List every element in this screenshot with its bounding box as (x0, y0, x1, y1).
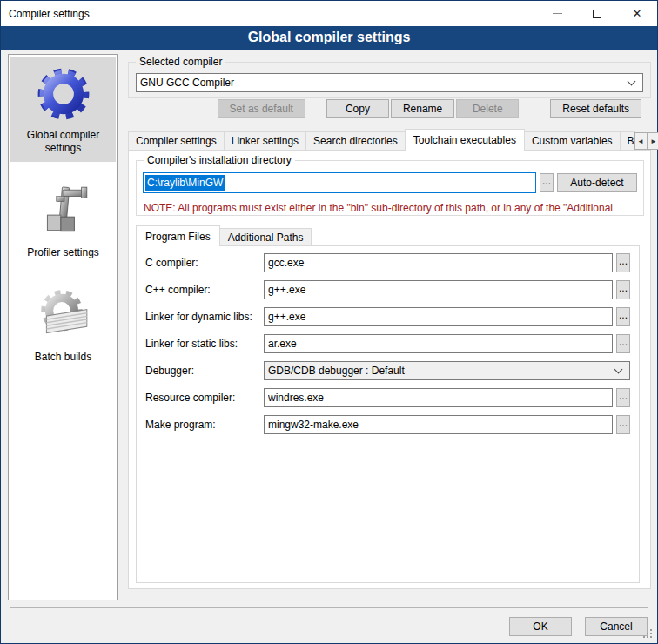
linker-static-browse-button[interactable]: ... (616, 334, 630, 353)
sidebar-item-label: Batch builds (12, 351, 114, 364)
cpp-compiler-input[interactable] (264, 280, 613, 299)
chevron-down-icon (614, 366, 623, 374)
resource-compiler-row: Resource compiler: ... (145, 388, 630, 407)
compiler-select[interactable]: GNU GCC Compiler (136, 73, 643, 92)
close-button[interactable]: ✕ (617, 1, 657, 26)
tab-program-files[interactable]: Program Files (136, 225, 220, 246)
footer-divider (10, 607, 648, 608)
tab-additional-paths[interactable]: Additional Paths (219, 228, 312, 246)
c-compiler-input[interactable] (264, 253, 613, 272)
c-compiler-browse-button[interactable]: ... (616, 253, 630, 272)
sidebar-item-global-compiler-settings[interactable]: Global compiler settings (10, 57, 116, 162)
selected-compiler-legend: Selected compiler (136, 56, 225, 68)
installation-directory-group: Compiler's installation directory C:\ray… (136, 160, 644, 216)
blue-gear-icon (35, 65, 92, 123)
sidebar-item-label: Profiler settings (12, 246, 114, 259)
title-bar[interactable]: Compiler settings ✕ (1, 1, 657, 26)
make-program-input[interactable] (264, 415, 613, 434)
reset-defaults-button[interactable]: Reset defaults (550, 99, 641, 118)
auto-detect-button[interactable]: Auto-detect (557, 173, 637, 192)
c-compiler-row: C compiler: ... (145, 253, 630, 272)
debugger-select[interactable]: GDB/CDB debugger : Default (264, 361, 630, 380)
cpp-compiler-browse-button[interactable]: ... (616, 280, 630, 299)
toolchain-executables-page: Compiler's installation directory C:\ray… (128, 150, 651, 589)
tab-compiler-settings[interactable]: Compiler settings (128, 131, 225, 151)
make-program-label: Make program: (145, 419, 264, 431)
c-compiler-label: C compiler: (145, 257, 264, 269)
page-title: Global compiler settings (1, 26, 657, 50)
resource-compiler-browse-button[interactable]: ... (616, 388, 630, 407)
tab-scrollers: ◄ ► (634, 132, 658, 150)
linker-dynamic-input[interactable] (264, 307, 613, 326)
maximize-button[interactable] (577, 1, 617, 26)
rename-button[interactable]: Rename (391, 99, 454, 118)
sidebar-item-label: Global compiler settings (12, 129, 114, 155)
cancel-button[interactable]: Cancel (585, 617, 648, 636)
gray-gear-papers-icon (35, 287, 92, 345)
caliper-icon (35, 183, 92, 240)
delete-button[interactable]: Delete (456, 99, 519, 118)
tab-custom-variables[interactable]: Custom variables (524, 131, 621, 151)
maximize-icon (593, 10, 601, 18)
selected-compiler-group: Selected compiler GNU GCC Compiler (128, 62, 651, 98)
tab-scroll-left-icon[interactable]: ◄ (634, 132, 648, 150)
linker-static-row: Linker for static libs: ... (145, 334, 630, 353)
make-program-row: Make program: ... (145, 415, 630, 434)
resource-compiler-input[interactable] (264, 388, 613, 407)
linker-dynamic-label: Linker for dynamic libs: (145, 311, 264, 323)
tab-search-directories[interactable]: Search directories (306, 131, 406, 151)
debugger-select-value: GDB/CDB debugger : Default (265, 365, 615, 377)
linker-static-label: Linker for static libs: (145, 338, 264, 350)
minimize-button[interactable] (537, 1, 577, 26)
tab-scroll-right-icon[interactable]: ► (648, 132, 658, 150)
installation-directory-value: C:\raylib\MinGW (145, 175, 225, 191)
installation-directory-legend: Compiler's installation directory (144, 154, 295, 166)
compiler-settings-dialog: Compiler settings ✕ Global compiler sett… (0, 0, 658, 644)
linker-static-input[interactable] (264, 334, 613, 353)
bin-subdirectory-note: NOTE: All programs must exist either in … (144, 202, 642, 214)
program-files-page: C compiler: ... C++ compiler: ... Linker… (136, 245, 640, 583)
tab-linker-settings[interactable]: Linker settings (224, 131, 306, 151)
ok-button[interactable]: OK (509, 617, 572, 636)
browse-directory-button[interactable]: ... (540, 173, 554, 192)
linker-dynamic-browse-button[interactable]: ... (616, 307, 630, 326)
installation-directory-input[interactable]: C:\raylib\MinGW (143, 172, 536, 193)
tab-build-options[interactable]: Build options (620, 131, 635, 151)
debugger-label: Debugger: (145, 365, 264, 377)
cpp-compiler-label: C++ compiler: (145, 284, 264, 296)
settings-category-list: Global compiler settings Profiler settin… (8, 54, 118, 600)
settings-tab-strip: Compiler settings Linker settings Search… (128, 129, 652, 151)
sidebar-item-batch-builds[interactable]: Batch builds (10, 278, 116, 371)
window-title: Compiler settings (1, 8, 90, 20)
copy-button[interactable]: Copy (326, 99, 389, 118)
tab-toolchain-executables[interactable]: Toolchain executables (405, 129, 525, 151)
window-controls: ✕ (537, 1, 657, 26)
resize-grip[interactable] (643, 629, 645, 631)
cpp-compiler-row: C++ compiler: ... (145, 280, 630, 299)
compiler-select-value: GNU GCC Compiler (137, 77, 628, 89)
close-icon: ✕ (633, 7, 642, 20)
program-files-tab-strip: Program Files Additional Paths (136, 225, 311, 246)
sidebar-item-profiler-settings[interactable]: Profiler settings (10, 174, 116, 266)
debugger-row: Debugger: GDB/CDB debugger : Default (145, 361, 630, 380)
set-as-default-button[interactable]: Set as default (218, 99, 306, 118)
minimize-icon (553, 13, 562, 14)
dialog-buttons: OK Cancel (509, 617, 648, 636)
resource-compiler-label: Resource compiler: (145, 392, 264, 404)
make-program-browse-button[interactable]: ... (616, 415, 630, 434)
linker-dynamic-row: Linker for dynamic libs: ... (145, 307, 630, 326)
chevron-down-icon (628, 77, 636, 86)
compiler-actions: Set as default Copy Rename Delete Reset … (128, 99, 651, 118)
